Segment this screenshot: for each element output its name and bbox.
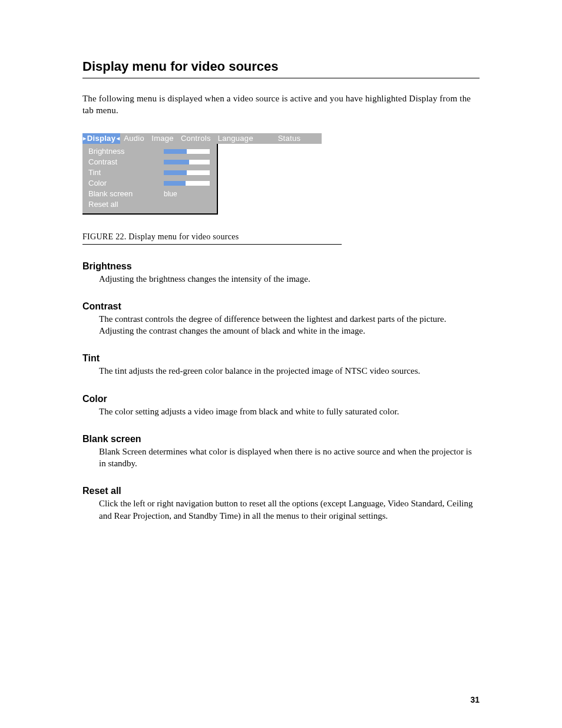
osd-item-reset-all[interactable]: Reset all: [88, 199, 212, 210]
intro-paragraph: The following menu is displayed when a v…: [82, 93, 480, 117]
osd-item-value: blue: [164, 190, 177, 198]
osd-item-tint[interactable]: Tint: [88, 167, 212, 178]
figure-caption: FIGURE 22. Display menu for video source…: [82, 232, 480, 242]
slider-track[interactable]: [164, 170, 210, 175]
term-block-contrast: ContrastThe contrast controls the degree…: [82, 301, 480, 337]
figure-rule: [82, 244, 342, 245]
osd-item-label: Contrast: [88, 157, 164, 166]
term-heading: Color: [82, 394, 480, 404]
term-block-color: ColorThe color setting adjusts a video i…: [82, 394, 480, 417]
term-description: The tint adjusts the red-green color bal…: [99, 365, 476, 377]
section-rule: [82, 78, 480, 78]
term-heading: Brightness: [82, 261, 480, 272]
term-heading: Tint: [82, 353, 480, 364]
osd-tabs: ▸Display◂AudioImageControlsLanguageStatu…: [82, 133, 322, 144]
slider-fill: [164, 170, 187, 175]
slider-track[interactable]: [164, 181, 210, 186]
terms-list: BrightnessAdjusting the brightness chang…: [82, 261, 480, 522]
term-heading: Blank screen: [82, 434, 480, 444]
osd-item-blank-screen[interactable]: Blank screenblue: [88, 189, 212, 199]
term-block-reset-all: Reset allClick the left or right navigat…: [82, 486, 480, 522]
osd-menu: ▸Display◂AudioImageControlsLanguageStatu…: [82, 133, 322, 215]
triangle-right-icon: ▸: [82, 135, 87, 141]
term-description: The contrast controls the degree of diff…: [99, 313, 476, 337]
osd-item-contrast[interactable]: Contrast: [88, 157, 212, 167]
osd-tab-image[interactable]: Image: [148, 133, 177, 144]
term-block-blank-screen: Blank screenBlank Screen determines what…: [82, 434, 480, 470]
osd-item-label: Reset all: [88, 200, 164, 209]
term-heading: Reset all: [82, 486, 480, 496]
osd-tab-status[interactable]: Status: [257, 133, 322, 144]
section-title: Display menu for video sources: [82, 59, 480, 74]
osd-item-label: Blank screen: [88, 189, 164, 198]
osd-item-brightness[interactable]: Brightness: [88, 146, 212, 157]
osd-body: BrightnessContrastTintColorBlank screenb…: [82, 144, 218, 215]
slider-track[interactable]: [164, 149, 210, 154]
osd-tab-audio[interactable]: Audio: [120, 133, 148, 144]
osd-tab-language[interactable]: Language: [214, 133, 257, 144]
slider-fill: [164, 149, 187, 154]
osd-tab-display[interactable]: ▸Display◂: [82, 133, 120, 144]
osd-item-color[interactable]: Color: [88, 178, 212, 189]
term-heading: Contrast: [82, 301, 480, 312]
term-block-brightness: BrightnessAdjusting the brightness chang…: [82, 261, 480, 285]
term-description: Adjusting the brightness changes the int…: [99, 273, 476, 285]
term-block-tint: TintThe tint adjusts the red-green color…: [82, 353, 480, 377]
osd-tab-controls[interactable]: Controls: [177, 133, 214, 144]
osd-item-label: Color: [88, 179, 164, 187]
page-number: 31: [470, 695, 480, 704]
slider-fill: [164, 160, 189, 164]
term-description: Blank Screen determines what color is di…: [99, 446, 476, 470]
slider-track[interactable]: [164, 160, 210, 164]
term-description: Click the left or right navigation butto…: [99, 498, 476, 522]
osd-item-label: Brightness: [88, 147, 164, 156]
slider-fill: [164, 181, 186, 186]
term-description: The color setting adjusts a video image …: [99, 406, 476, 417]
osd-tab-label: Display: [87, 134, 115, 143]
osd-item-label: Tint: [88, 168, 164, 177]
